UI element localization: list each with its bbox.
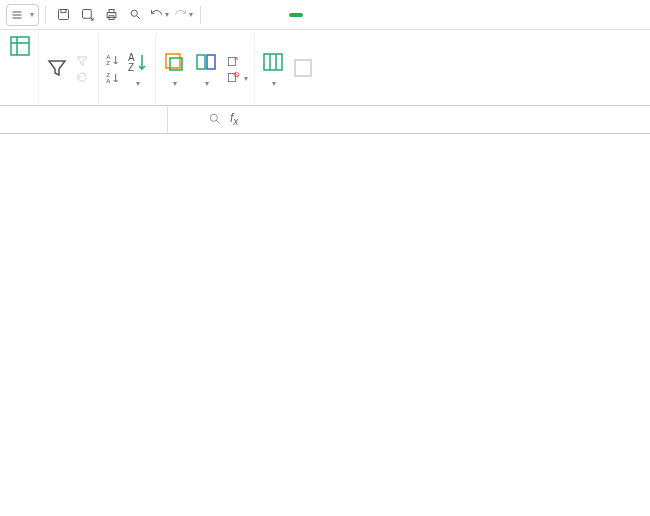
save-button[interactable] bbox=[52, 4, 74, 26]
menu-bar: ▾ ▾ ▾ bbox=[0, 0, 650, 30]
tab-page-layout[interactable] bbox=[253, 13, 261, 17]
sort-asc-button[interactable]: AZ bbox=[105, 52, 121, 68]
caret-down-icon: ▾ bbox=[30, 10, 34, 19]
formula-bar: fx bbox=[0, 106, 650, 134]
smart-button[interactable] bbox=[291, 56, 315, 82]
tab-formula[interactable] bbox=[271, 13, 279, 17]
text-to-columns-label: ▾ bbox=[271, 76, 276, 88]
del-dup-button[interactable] bbox=[226, 54, 248, 68]
file-menu[interactable]: ▾ bbox=[6, 4, 39, 26]
reject-dup-button[interactable]: ▾ bbox=[226, 70, 248, 84]
svg-text:Z: Z bbox=[106, 60, 110, 66]
svg-rect-2 bbox=[82, 10, 91, 19]
tab-developer[interactable] bbox=[367, 13, 375, 17]
sort-desc-icon: ZA bbox=[105, 70, 121, 86]
svg-text:A: A bbox=[106, 54, 110, 60]
svg-text:Z: Z bbox=[106, 72, 110, 78]
ribbon: AZ ZA AZ ▾ ▾ ▾ ▾ ▾ bbox=[0, 30, 650, 106]
svg-rect-16 bbox=[197, 55, 205, 69]
print-button[interactable] bbox=[100, 4, 122, 26]
autofilter-button[interactable] bbox=[45, 56, 69, 82]
print-preview-button[interactable] bbox=[124, 4, 146, 26]
sort-desc-button[interactable]: ZA bbox=[105, 70, 121, 86]
tab-view[interactable] bbox=[331, 13, 339, 17]
smart-icon bbox=[291, 56, 315, 80]
highlight-dup-label: ▾ bbox=[172, 76, 177, 88]
reject-dup-icon bbox=[226, 70, 240, 84]
tab-insert[interactable] bbox=[235, 13, 243, 17]
svg-rect-3 bbox=[107, 13, 116, 18]
svg-rect-7 bbox=[11, 37, 29, 55]
reject-dup-label: ▾ bbox=[243, 71, 248, 83]
highlight-dup-icon bbox=[162, 50, 186, 74]
save-as-button[interactable] bbox=[76, 4, 98, 26]
data-compare-button[interactable]: ▾ bbox=[194, 50, 218, 88]
print-preview-icon bbox=[128, 7, 143, 22]
data-compare-label: ▾ bbox=[204, 76, 209, 88]
name-box-input[interactable] bbox=[24, 113, 124, 127]
svg-rect-21 bbox=[264, 54, 282, 70]
svg-rect-17 bbox=[207, 55, 215, 69]
sort-icon: AZ bbox=[125, 50, 149, 74]
name-box[interactable] bbox=[0, 106, 168, 133]
save-arrow-icon bbox=[80, 7, 95, 22]
fx-icon[interactable]: fx bbox=[230, 111, 238, 127]
hamburger-icon bbox=[11, 9, 23, 21]
svg-text:Z: Z bbox=[128, 62, 134, 73]
del-dup-icon bbox=[226, 54, 240, 68]
data-compare-icon bbox=[194, 50, 218, 74]
svg-point-6 bbox=[131, 10, 137, 16]
redo-icon bbox=[173, 7, 188, 22]
columns-icon bbox=[261, 50, 285, 74]
svg-rect-14 bbox=[166, 54, 180, 68]
pivot-table-button[interactable] bbox=[8, 34, 32, 60]
tab-security[interactable] bbox=[349, 13, 357, 17]
tab-home[interactable] bbox=[217, 13, 225, 17]
text-to-columns-button[interactable]: ▾ bbox=[261, 50, 285, 88]
redo-button[interactable]: ▾ bbox=[172, 4, 194, 26]
tab-data[interactable] bbox=[289, 13, 303, 17]
reapply-button[interactable] bbox=[75, 70, 92, 84]
svg-rect-22 bbox=[295, 60, 311, 76]
sort-label: ▾ bbox=[135, 76, 140, 88]
svg-rect-0 bbox=[58, 10, 68, 20]
print-icon bbox=[104, 7, 119, 22]
svg-rect-18 bbox=[228, 58, 235, 66]
ribbon-tabs bbox=[217, 13, 375, 17]
svg-rect-4 bbox=[109, 10, 114, 13]
reapply-icon bbox=[75, 70, 89, 84]
show-all-button[interactable] bbox=[75, 54, 92, 68]
show-all-icon bbox=[75, 54, 89, 68]
highlight-dup-button[interactable]: ▾ bbox=[162, 50, 186, 88]
svg-rect-1 bbox=[61, 10, 66, 13]
undo-icon bbox=[149, 7, 164, 22]
undo-button[interactable]: ▾ bbox=[148, 4, 170, 26]
pivot-icon bbox=[8, 34, 32, 58]
save-icon bbox=[56, 7, 71, 22]
sort-asc-icon: AZ bbox=[105, 52, 121, 68]
zoom-icon[interactable] bbox=[208, 112, 222, 126]
svg-text:A: A bbox=[106, 78, 110, 84]
filter-icon bbox=[45, 56, 69, 80]
sort-button[interactable]: AZ ▾ bbox=[125, 50, 149, 88]
tab-review[interactable] bbox=[313, 13, 321, 17]
